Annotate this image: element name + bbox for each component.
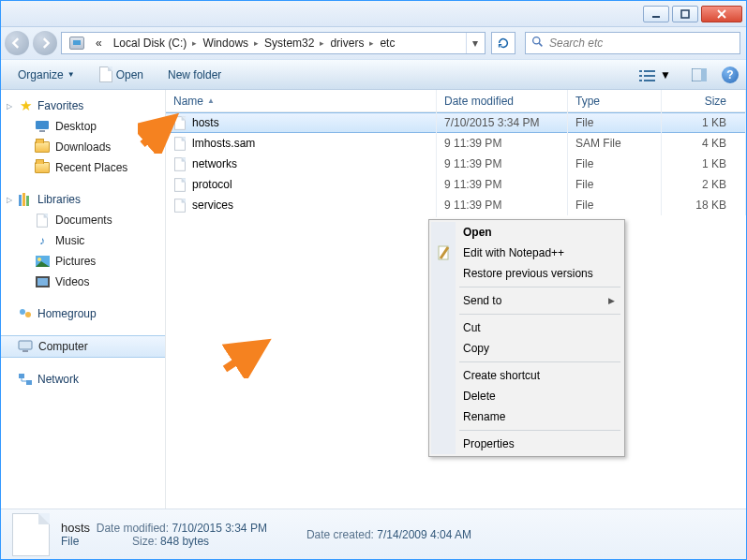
close-button[interactable] (701, 6, 742, 22)
svg-rect-8 (639, 75, 642, 77)
file-name: services (192, 199, 233, 212)
nav-back-button[interactable] (5, 31, 29, 55)
nav-desktop-label: Desktop (55, 120, 97, 133)
svg-rect-13 (701, 68, 707, 81)
breadcrumb-windows[interactable]: Windows (197, 35, 254, 52)
explorer-window: « Local Disk (C:)▸ Windows▸ System32▸ dr… (0, 0, 747, 560)
nav-pictures[interactable]: Pictures (1, 251, 165, 272)
organize-menu[interactable]: Organize ▼ (8, 65, 84, 85)
file-row[interactable]: protocol9 11:39 PMFile2 KB (166, 174, 746, 195)
ctx-rename[interactable]: Rename (431, 406, 622, 427)
file-row[interactable]: networks9 11:39 PMFile1 KB (166, 154, 746, 174)
minimize-button[interactable] (643, 6, 669, 22)
computer-icon (18, 339, 33, 354)
file-row[interactable]: lmhosts.sam9 11:39 PMSAM File4 KB (166, 133, 746, 154)
nav-downloads[interactable]: Downloads (1, 137, 165, 157)
navigation-pane: ▷★Favorites Desktop Downloads Recent Pla… (1, 90, 166, 508)
svg-rect-6 (639, 70, 642, 72)
col-date[interactable]: Date modified (437, 90, 568, 111)
file-row[interactable]: hosts7/10/2015 3:34 PMFile1 KB (166, 112, 746, 133)
file-large-icon (12, 513, 50, 556)
maximize-button[interactable] (672, 6, 698, 22)
search-icon (531, 36, 544, 51)
column-headers: Name ▲ Date modified Type Size (166, 90, 746, 112)
address-dropdown-button[interactable]: ▾ (466, 33, 483, 53)
videos-icon (35, 274, 50, 289)
nav-recent-label: Recent Places (55, 161, 127, 174)
drive-icon (64, 35, 90, 52)
breadcrumb-system32[interactable]: System32 (259, 35, 320, 52)
ctx-cut[interactable]: Cut (431, 317, 622, 338)
ctx-edit-notepadpp[interactable]: Edit with Notepad++ (431, 243, 622, 263)
file-name: protocol (192, 178, 232, 191)
nav-libraries[interactable]: ▷Libraries (1, 189, 165, 210)
nav-favorites[interactable]: ▷★Favorites (1, 96, 165, 116)
file-type: File (568, 195, 662, 215)
ctx-shortcut[interactable]: Create shortcut (431, 365, 622, 386)
svg-rect-11 (644, 80, 655, 81)
nav-desktop[interactable]: Desktop (1, 116, 165, 137)
file-icon (174, 199, 186, 212)
col-name[interactable]: Name ▲ (166, 90, 437, 111)
nav-forward-button[interactable] (33, 31, 57, 55)
ctx-sendto-label: Send to (463, 294, 501, 307)
col-size[interactable]: Size (662, 90, 746, 111)
context-menu: Open Edit with Notepad++ Restore previou… (428, 219, 625, 457)
nav-recent[interactable]: Recent Places (1, 157, 165, 178)
file-icon (174, 157, 186, 170)
star-icon: ★ (18, 98, 33, 113)
details-modified-label: Date modified: (97, 522, 169, 535)
nav-documents[interactable]: Documents (1, 210, 165, 230)
help-button[interactable]: ? (722, 66, 739, 83)
window-titlebar (1, 1, 746, 27)
details-filename: hosts (61, 521, 90, 535)
ctx-open[interactable]: Open (431, 222, 622, 243)
nav-computer[interactable]: Computer (1, 335, 165, 358)
nav-pictures-label: Pictures (55, 255, 96, 268)
svg-rect-27 (19, 374, 24, 378)
breadcrumb-overflow[interactable]: « (90, 35, 108, 52)
search-input[interactable]: Search etc (525, 32, 740, 54)
nav-music-label: Music (55, 234, 84, 247)
address-bar[interactable]: « Local Disk (C:)▸ Windows▸ System32▸ dr… (61, 32, 486, 54)
refresh-button[interactable] (491, 32, 515, 54)
file-size: 18 KB (662, 195, 746, 215)
details-type-value: File (61, 535, 79, 548)
breadcrumb-drivers[interactable]: drivers (324, 35, 369, 52)
ctx-properties[interactable]: Properties (431, 434, 622, 454)
ctx-delete[interactable]: Delete (431, 386, 622, 406)
details-size-label: Size: (132, 535, 157, 548)
col-name-label: Name (173, 95, 203, 108)
view-options-button[interactable]: ▼ (634, 66, 677, 83)
svg-point-23 (20, 309, 25, 315)
newfolder-label: New folder (168, 68, 221, 81)
ctx-copy[interactable]: Copy (431, 338, 622, 359)
chevron-down-icon: ▼ (660, 68, 671, 81)
ctx-restore[interactable]: Restore previous versions (431, 263, 622, 284)
nav-network[interactable]: Network (1, 369, 165, 390)
library-icon (18, 192, 33, 207)
notepadpp-icon (437, 245, 452, 260)
nav-videos[interactable]: Videos (1, 272, 165, 292)
homegroup-icon (18, 306, 33, 321)
nav-documents-label: Documents (55, 214, 112, 227)
file-name: lmhosts.sam (192, 137, 255, 150)
sort-asc-icon: ▲ (207, 96, 215, 105)
svg-rect-9 (644, 75, 655, 77)
details-size-value: 848 bytes (160, 535, 209, 548)
nav-music[interactable]: ♪Music (1, 230, 165, 251)
breadcrumb-etc[interactable]: etc (374, 35, 400, 52)
explorer-body: ▷★Favorites Desktop Downloads Recent Pla… (1, 90, 746, 508)
svg-rect-7 (644, 70, 655, 72)
open-button[interactable]: Open (90, 63, 153, 86)
ctx-sendto[interactable]: Send to▶ (431, 290, 622, 311)
preview-pane-button[interactable] (686, 66, 712, 83)
col-type[interactable]: Type (568, 90, 662, 111)
file-icon (99, 66, 112, 82)
new-folder-button[interactable]: New folder (158, 65, 231, 85)
file-row[interactable]: services9 11:39 PMFile18 KB (166, 195, 746, 215)
breadcrumb-drive[interactable]: Local Disk (C:) (108, 35, 193, 52)
desktop-icon (35, 119, 50, 134)
nav-homegroup[interactable]: Homegroup (1, 303, 165, 324)
file-icon (174, 116, 186, 129)
